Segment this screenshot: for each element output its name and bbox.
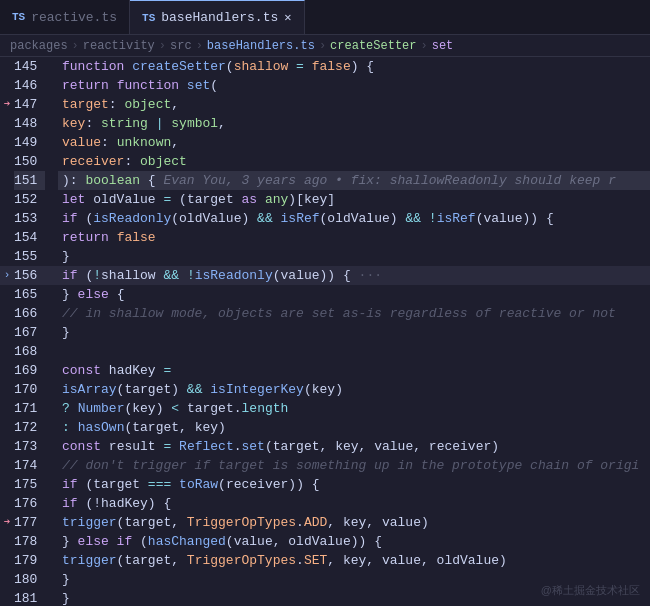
breadcrumb: packages › reactivity › src › baseHandle…	[0, 35, 650, 57]
gutter-150	[0, 152, 14, 171]
gutter-145	[0, 57, 14, 76]
code-line-179: trigger(target, TriggerOpTypes.SET, key,…	[58, 551, 650, 570]
code-line-151: ): boolean { Evan You, 3 years ago • fix…	[58, 171, 650, 190]
gutter-147: ➔	[0, 95, 14, 114]
linenum-153: 153	[14, 209, 45, 228]
code-line-178: } else if (hasChanged(value, oldValue)) …	[58, 532, 650, 551]
code-line-174: // don't trigger if target is something …	[58, 456, 650, 475]
breadcrumb-set[interactable]: set	[432, 39, 454, 53]
breadcrumb-src[interactable]: src	[170, 39, 192, 53]
code-line-156: if (!shallow && !isReadonly(value)) { ··…	[58, 266, 650, 285]
code-line-172: : hasOwn(target, key)	[58, 418, 650, 437]
linenum-178: 178	[14, 532, 45, 551]
gutter-155	[0, 247, 14, 266]
gutter-153	[0, 209, 14, 228]
linenum-172: 172	[14, 418, 45, 437]
linenum-149: 149	[14, 133, 45, 152]
breadcrumb-reactivity[interactable]: reactivity	[83, 39, 155, 53]
code-line-169: const hadKey =	[58, 361, 650, 380]
gutter-177: ➔	[0, 513, 14, 532]
code-line-168	[58, 342, 650, 361]
tab-bar: TS reactive.ts TS baseHandlers.ts ✕	[0, 0, 650, 35]
gutter-166	[0, 304, 14, 323]
linenum-173: 173	[14, 437, 45, 456]
code-line-147: target: object,	[58, 95, 650, 114]
gutter-168	[0, 342, 14, 361]
tab-reactive[interactable]: TS reactive.ts	[0, 0, 130, 34]
linenum-152: 152	[14, 190, 45, 209]
code-line-173: const result = Reflect.set(target, key, …	[58, 437, 650, 456]
code-line-167: }	[58, 323, 650, 342]
linenum-166: 166	[14, 304, 45, 323]
code-line-175: if (target === toRaw(receiver)) {	[58, 475, 650, 494]
code-line-171: ? Number(key) < target.length	[58, 399, 650, 418]
code-lines: function createSetter(shallow = false) {…	[58, 57, 650, 606]
code-line-145: function createSetter(shallow = false) {	[58, 57, 650, 76]
tab-reactive-label: reactive.ts	[31, 10, 117, 25]
linenum-168: 168	[14, 342, 45, 361]
linenum-151: 151	[14, 171, 45, 190]
code-line-176: if (!hadKey) {	[58, 494, 650, 513]
linenum-146: 146	[14, 76, 45, 95]
linenum-145: 145	[14, 57, 45, 76]
gutter-165	[0, 285, 14, 304]
close-icon[interactable]: ✕	[284, 10, 291, 25]
ts-icon-reactive: TS	[12, 11, 25, 23]
code-line-170: isArray(target) && isIntegerKey(key)	[58, 380, 650, 399]
ts-icon-base: TS	[142, 12, 155, 24]
linenum-176: 176	[14, 494, 45, 513]
linenum-177: 177	[14, 513, 45, 532]
linenum-171: 171	[14, 399, 45, 418]
gutter-156: ›	[0, 266, 14, 285]
gutter-146	[0, 76, 14, 95]
gutter-170	[0, 380, 14, 399]
code-line-148: key: string | symbol,	[58, 114, 650, 133]
linenum-169: 169	[14, 361, 45, 380]
linenum-150: 150	[14, 152, 45, 171]
gutter-173	[0, 437, 14, 456]
linenum-148: 148	[14, 114, 45, 133]
watermark: @稀土掘金技术社区	[541, 583, 640, 598]
gutter-176	[0, 494, 14, 513]
gutter-169	[0, 361, 14, 380]
gutter-175	[0, 475, 14, 494]
linenum-155: 155	[14, 247, 45, 266]
code-line-152: let oldValue = (target as any)[key]	[58, 190, 650, 209]
editor-window: TS reactive.ts TS baseHandlers.ts ✕ pack…	[0, 0, 650, 606]
gutter-178	[0, 532, 14, 551]
linenum-175: 175	[14, 475, 45, 494]
gutter-152	[0, 190, 14, 209]
gutter-149	[0, 133, 14, 152]
code-line-146: return function set(	[58, 76, 650, 95]
gutter-179	[0, 551, 14, 570]
gutter-148	[0, 114, 14, 133]
gutter-181	[0, 589, 14, 606]
linenum-167: 167	[14, 323, 45, 342]
gutter-172	[0, 418, 14, 437]
code-line-150: receiver: object	[58, 152, 650, 171]
code-line-165: } else {	[58, 285, 650, 304]
code-line-153: if (isReadonly(oldValue) && isRef(oldVal…	[58, 209, 650, 228]
gutter-180	[0, 570, 14, 589]
code-line-149: value: unknown,	[58, 133, 650, 152]
linenum-165: 165	[14, 285, 45, 304]
gutter-151	[0, 171, 14, 190]
linenum-170: 170	[14, 380, 45, 399]
breadcrumb-createsetter[interactable]: createSetter	[330, 39, 416, 53]
tab-basehandlers[interactable]: TS baseHandlers.ts ✕	[130, 0, 304, 34]
breadcrumb-packages[interactable]: packages	[10, 39, 68, 53]
code-line-154: return false	[58, 228, 650, 247]
code-line-166: // in shallow mode, objects are set as-i…	[58, 304, 650, 323]
code-line-177: trigger(target, TriggerOpTypes.ADD, key,…	[58, 513, 650, 532]
linenum-179: 179	[14, 551, 45, 570]
linenum-156: 156	[14, 266, 45, 285]
linenum-174: 174	[14, 456, 45, 475]
gutter-154	[0, 228, 14, 247]
breadcrumb-file[interactable]: baseHandlers.ts	[207, 39, 315, 53]
gutter-167	[0, 323, 14, 342]
gutter-174	[0, 456, 14, 475]
gutter-171	[0, 399, 14, 418]
linenum-154: 154	[14, 228, 45, 247]
linenum-180: 180	[14, 570, 45, 589]
code-area: 145 146 ➔147 148 149 150 151 152 153 154…	[0, 57, 650, 606]
